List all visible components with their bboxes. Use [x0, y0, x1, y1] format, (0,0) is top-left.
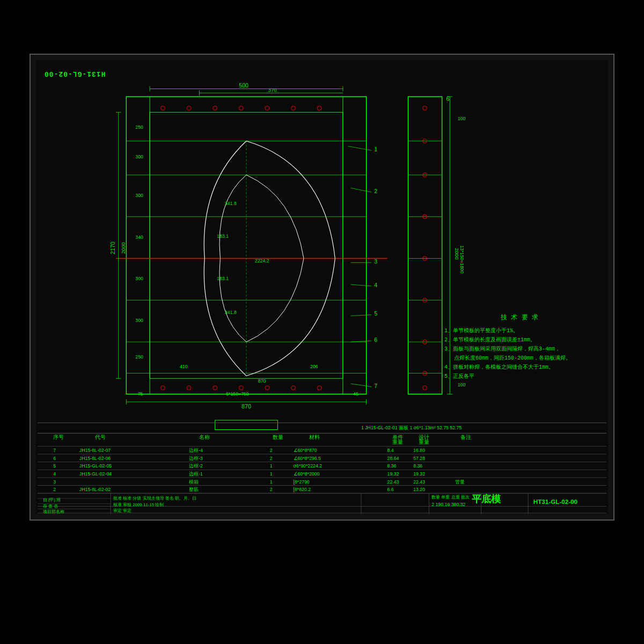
tech-req-item-3b: 点焊长度60mm，间距150-200mm，各箱板满焊。 — [444, 354, 595, 363]
svg-text:模箱: 模箱 — [189, 479, 199, 485]
svg-text:3: 3 — [53, 479, 56, 485]
svg-text:250: 250 — [135, 125, 143, 130]
svg-text:边框-3: 边框-3 — [189, 456, 203, 461]
svg-text:备注: 备注 — [460, 434, 471, 440]
svg-line-71 — [350, 284, 371, 286]
svg-line-68 — [348, 146, 372, 150]
svg-text:370: 370 — [268, 87, 277, 93]
svg-text:JH15-8L-02-06: JH15-8L-02-06 — [79, 456, 111, 461]
svg-text:300: 300 — [135, 193, 143, 198]
svg-text:1: 1 — [270, 479, 273, 485]
svg-text:45: 45 — [353, 391, 358, 397]
svg-text:2: 2 — [374, 188, 377, 194]
svg-text:∠60*8*2000: ∠60*8*2000 — [294, 471, 320, 477]
svg-text:16.80: 16.80 — [413, 448, 425, 453]
svg-point-24 — [265, 386, 269, 390]
svg-text:8.36: 8.36 — [413, 463, 422, 469]
svg-text:项目部名称: 项目部名称 — [43, 509, 64, 514]
svg-text:数量  单重  总重  批次: 数量 单重 总重 批次 — [431, 495, 469, 500]
svg-text:300: 300 — [135, 154, 143, 159]
svg-rect-75 — [408, 97, 442, 394]
svg-line-72 — [350, 315, 371, 316]
svg-text:100: 100 — [458, 382, 466, 387]
svg-rect-100 — [215, 420, 278, 430]
svg-text:2: 2 — [270, 487, 273, 492]
svg-text:2  190.16  380.32: 2 190.16 380.32 — [431, 502, 465, 507]
tech-req-item-4: 4、拼板对称焊，各模板之间缝合不大于1mm。 — [444, 363, 595, 372]
svg-text:代号: 代号 — [94, 434, 106, 440]
svg-text:边框-4: 边框-4 — [189, 448, 203, 453]
svg-text:6: 6 — [374, 336, 377, 343]
svg-text:75: 75 — [138, 391, 143, 397]
svg-text:[8*2790: [8*2790 — [294, 479, 310, 485]
svg-text:7: 7 — [53, 448, 56, 453]
svg-text:JH15-8L-02-02: JH15-8L-02-02 — [79, 487, 111, 492]
tech-req-item-1: 1、单节模板的平整度小于1%。 — [444, 326, 595, 335]
svg-text:名称: 名称 — [199, 434, 210, 440]
svg-point-18 — [291, 106, 296, 111]
svg-text:2000: 2000 — [120, 242, 126, 254]
tech-req-item-3: 3、面板与面板间采用双面间隔焊，焊高3-4mm， — [444, 345, 595, 354]
svg-text:183.1: 183.1 — [217, 233, 229, 239]
svg-text:8.36: 8.36 — [387, 463, 397, 469]
tech-req-item-5: 5、正反各平 — [444, 372, 595, 381]
svg-text:22.43: 22.43 — [413, 479, 425, 485]
svg-text:JH15-GL-02-05: JH15-GL-02-05 — [79, 463, 112, 469]
svg-text:870: 870 — [241, 403, 251, 409]
svg-text:重量: 重量 — [419, 439, 429, 445]
svg-text:1: 1 — [270, 463, 273, 469]
svg-text:2: 2 — [53, 487, 56, 492]
svg-text:4: 4 — [53, 471, 56, 477]
svg-text:批准  核准  分级  实现主领导  签名  职、月、日: 批准 核准 分级 实现主领导 签名 职、月、日 — [113, 496, 196, 501]
main-drawing-svg: 500 370 2170 250 300 300 340 300 300 250… — [36, 60, 608, 514]
svg-text:自 (甲) 用: 自 (甲) 用 — [43, 497, 61, 502]
svg-text:57.28: 57.28 — [413, 456, 425, 461]
main-canvas: H131-GL-02-00 — [30, 54, 614, 521]
svg-text:6.6: 6.6 — [387, 487, 394, 492]
svg-point-19 — [317, 106, 321, 111]
svg-text:4: 4 — [374, 282, 377, 288]
svg-text:410: 410 — [180, 364, 188, 369]
svg-text:300: 300 — [135, 276, 143, 281]
svg-point-14 — [187, 106, 191, 111]
svg-text:3: 3 — [374, 258, 377, 265]
svg-text:管量: 管量 — [455, 479, 465, 485]
svg-text:19.32: 19.32 — [387, 471, 399, 477]
svg-text:100: 100 — [458, 116, 466, 121]
svg-text:5: 5 — [374, 310, 377, 317]
svg-text:数量: 数量 — [273, 434, 283, 440]
svg-text:2170: 2170 — [109, 241, 116, 254]
svg-point-91 — [423, 386, 427, 390]
svg-text:整筋: 整筋 — [189, 487, 199, 492]
svg-text:22.43: 22.43 — [387, 479, 399, 485]
svg-text:500: 500 — [239, 82, 248, 89]
svg-point-25 — [291, 386, 296, 390]
svg-text:340: 340 — [135, 235, 143, 240]
svg-text:2224.2: 2224.2 — [255, 258, 269, 264]
svg-text:边框-1: 边框-1 — [189, 471, 203, 477]
svg-text:边框-2: 边框-2 — [189, 463, 203, 469]
svg-text:材料: 材料 — [309, 434, 320, 440]
svg-text:300: 300 — [135, 318, 143, 323]
svg-point-26 — [317, 386, 321, 390]
svg-text:2: 2 — [270, 456, 273, 461]
svg-text:∠60*8*296.5: ∠60*8*296.5 — [294, 456, 321, 461]
svg-point-15 — [213, 106, 217, 111]
svg-text:σ6*90*2224.2: σ6*90*2224.2 — [294, 463, 323, 469]
svg-text:平底模: 平底模 — [472, 493, 501, 504]
svg-text:存 查 否: 存 查 否 — [43, 504, 58, 509]
svg-text:2: 2 — [270, 448, 273, 453]
svg-text:JH15-GL-02-04: JH15-GL-02-04 — [79, 471, 112, 477]
svg-text:2000: 2000 — [454, 248, 460, 260]
svg-text:870: 870 — [258, 378, 266, 384]
svg-text:6: 6 — [53, 456, 56, 461]
svg-text:13*150=1800: 13*150=1800 — [459, 245, 465, 273]
technical-requirements: 技 术 要 求 1、单节模板的平整度小于1%。 2、单节模板的长度及画面误差±1… — [444, 312, 595, 381]
svg-text:∠60*8*870: ∠60*8*870 — [294, 448, 317, 453]
drawing-area: H131-GL-02-00 — [36, 60, 608, 514]
svg-text:重量: 重量 — [392, 439, 403, 445]
svg-text:13.20: 13.20 — [413, 487, 425, 492]
svg-text:HT31-GL-02-00: HT31-GL-02-00 — [533, 498, 577, 505]
svg-point-17 — [265, 106, 269, 111]
svg-text:1: 1 — [270, 471, 273, 477]
